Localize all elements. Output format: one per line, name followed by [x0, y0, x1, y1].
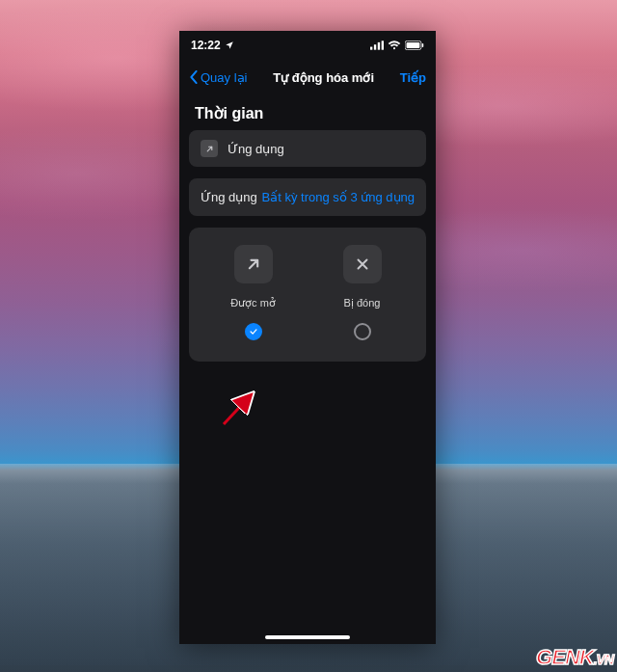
watermark: GENK.VN [536, 645, 613, 670]
open-app-icon [201, 140, 218, 157]
location-icon [225, 40, 234, 50]
nav-title: Tự động hóa mới [273, 70, 374, 85]
nav-bar: Quay lại Tự động hóa mới Tiếp [179, 60, 436, 94]
app-row[interactable]: Ứng dụng [189, 130, 426, 167]
phone-frame: 12:22 Quay lại Tự động hóa mới Tiếp Thời… [179, 31, 436, 644]
svg-line-7 [224, 395, 251, 424]
battery-icon [405, 40, 424, 50]
svg-rect-0 [370, 47, 372, 50]
watermark-suffix: .VN [594, 652, 613, 667]
svg-rect-1 [374, 44, 376, 49]
wifi-icon [388, 40, 401, 50]
svg-rect-6 [422, 43, 424, 47]
svg-rect-5 [407, 42, 420, 48]
option-opened[interactable]: Được mở [201, 245, 305, 340]
annotation-arrow-icon [220, 388, 260, 428]
status-time: 12:22 [191, 39, 221, 52]
option-opened-radio[interactable] [245, 323, 262, 340]
option-closed-radio[interactable] [354, 323, 371, 340]
option-closed[interactable]: Bị đóng [309, 245, 414, 340]
watermark-text: GENK [536, 645, 594, 669]
cellular-icon [370, 40, 384, 50]
home-indicator[interactable] [265, 635, 350, 639]
svg-rect-3 [382, 40, 384, 49]
close-icon [343, 245, 382, 283]
next-button[interactable]: Tiếp [400, 70, 426, 85]
open-icon [234, 245, 273, 283]
back-label: Quay lại [201, 70, 247, 85]
app-selector-row[interactable]: Ứng dụng Bất kỳ trong số 3 ứng dụng [189, 178, 426, 216]
option-opened-label: Được mở [230, 297, 276, 309]
status-bar: 12:22 [179, 31, 436, 60]
app-selector-value: Bất kỳ trong số 3 ứng dụng [262, 190, 415, 204]
option-closed-label: Bị đóng [344, 297, 381, 309]
chevron-left-icon [189, 70, 199, 84]
svg-rect-2 [378, 42, 380, 50]
section-title: Thời gian [179, 94, 436, 130]
back-button[interactable]: Quay lại [189, 70, 247, 85]
app-selector-label: Ứng dụng [201, 190, 257, 204]
open-close-options: Được mở Bị đóng [189, 228, 426, 362]
app-row-label: Ứng dụng [228, 142, 284, 156]
check-icon [249, 327, 258, 336]
